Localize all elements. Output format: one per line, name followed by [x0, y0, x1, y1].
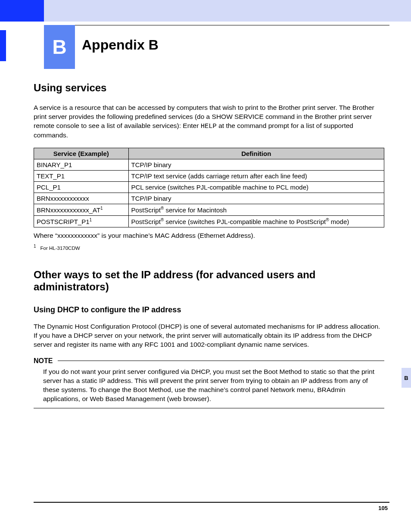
cell-definition: TCP/IP text service (adds carriage retur… [131, 172, 307, 180]
side-tab: B [402, 366, 411, 389]
note-rule-bottom [34, 408, 384, 408]
note-box: NOTE If you do not want your print serve… [34, 357, 384, 408]
table-footer-note: Where “xxxxxxxxxxxx” is your machine’s M… [34, 232, 384, 240]
cell-service: BRNxxxxxxxxxxxx [37, 195, 89, 202]
section-heading-ip: Other ways to set the IP address (for ad… [34, 269, 384, 294]
note-label: NOTE [34, 357, 58, 365]
table-row: TEXT_P1 TCP/IP text service (adds carria… [34, 170, 384, 181]
page-number: 105 [378, 505, 388, 511]
footnote-ref: 1 [100, 206, 103, 211]
header-light-block [44, 0, 411, 22]
note-rule-top [58, 361, 384, 361]
cell-def-b: service for Macintosh [164, 206, 227, 214]
footnote-ref: 1 [90, 218, 92, 222]
dhcp-paragraph: The Dynamic Host Configuration Protocol … [34, 322, 384, 349]
cell-definition: TCP/IP binary [131, 195, 171, 202]
subheading-dhcp: Using DHCP to configure the IP address [34, 305, 384, 314]
cell-definition: PCL service (switches PJL-compatible mac… [131, 184, 309, 191]
table-row: BINARY_P1 TCP/IP binary [34, 159, 384, 170]
header-rule [44, 25, 389, 25]
table-row: BRNxxxxxxxxxxxx_AT1 PostScript® service … [34, 204, 384, 215]
footnote-number: 1 [34, 244, 36, 249]
page-footer-rule [34, 502, 389, 503]
header-blue-block [0, 0, 44, 22]
help-command: HELP [201, 122, 217, 130]
table-row: POSTSCRIPT_P11 PostScript® service (swit… [34, 215, 384, 227]
reg-mark: ® [326, 218, 329, 222]
footnote: 1For HL-3170CDW [34, 244, 384, 251]
appendix-tab: B [44, 25, 75, 69]
cell-service: BRNxxxxxxxxxxxx_AT [37, 206, 100, 214]
content-area: Using services A service is a resource t… [34, 82, 384, 408]
cell-service: BINARY_P1 [37, 161, 72, 168]
services-table: Service (Example) Definition BINARY_P1 T… [34, 148, 384, 227]
footnote-text: For HL-3170CDW [40, 246, 80, 251]
left-stripe [0, 30, 6, 61]
cell-service: POSTSCRIPT_P1 [37, 218, 90, 225]
cell-def-c: mode) [329, 218, 349, 225]
cell-def-a: PostScript [131, 206, 161, 214]
table-row: PCL_P1 PCL service (switches PJL-compati… [34, 181, 384, 193]
th-definition: Definition [128, 148, 384, 159]
cell-service: TEXT_P1 [37, 172, 65, 180]
cell-definition: TCP/IP binary [131, 161, 171, 168]
table-row: BRNxxxxxxxxxxxx TCP/IP binary [34, 193, 384, 204]
cell-def-b: service (switches PJL-compatible machine… [164, 218, 326, 225]
section-heading-services: Using services [34, 82, 384, 94]
th-service: Service (Example) [34, 148, 129, 159]
services-intro: A service is a resource that can be acce… [34, 103, 384, 140]
cell-service: PCL_P1 [37, 184, 61, 191]
note-body: If you do not want your print server con… [34, 365, 384, 408]
page-title: Appendix B [82, 37, 159, 53]
cell-def-a: PostScript [131, 218, 161, 225]
